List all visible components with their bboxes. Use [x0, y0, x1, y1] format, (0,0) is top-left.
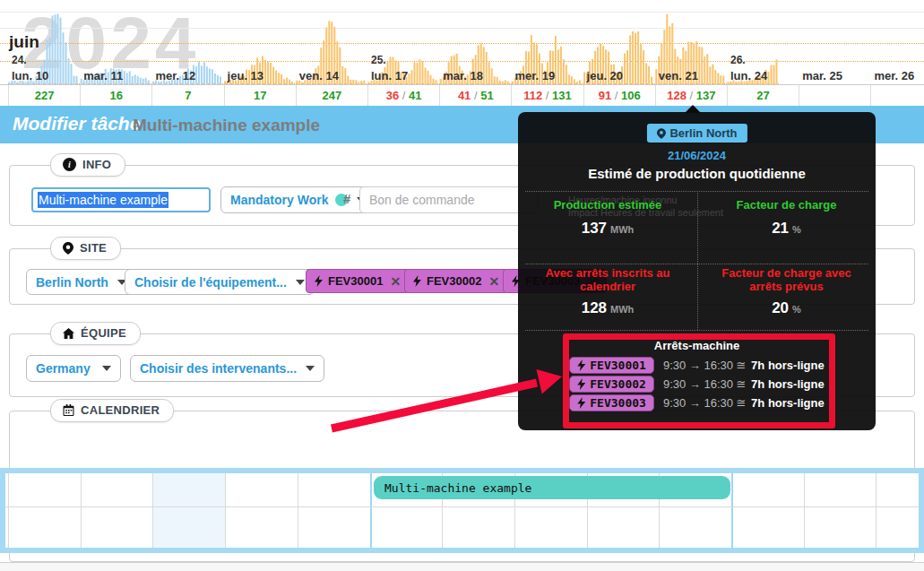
lightning-icon: [413, 275, 421, 287]
daily-total-cell: 17: [224, 85, 296, 106]
day-label: ven. 14: [299, 69, 339, 82]
week-number-label: 26.: [730, 54, 746, 66]
week-number-label: 25.: [371, 54, 386, 66]
tag-label: FEV30002: [427, 274, 481, 288]
daily-total-cell: 27: [727, 85, 799, 106]
tab-info: i INFO: [50, 153, 125, 177]
info-icon: i: [63, 158, 76, 171]
tag-label: FEV30001: [328, 274, 383, 288]
site-value: Berlin North: [36, 275, 108, 290]
metric-unit: %: [792, 304, 801, 315]
week-number-label: 24.: [12, 54, 27, 66]
equipment-tag[interactable]: FEV30001✕: [306, 269, 410, 293]
hash-label: #: [343, 191, 350, 206]
bottom-strip: [0, 562, 924, 571]
purchase-order-input[interactable]: [359, 186, 539, 213]
annotation-rectangle: [563, 333, 835, 428]
calendar-grid[interactable]: Multi-machine example: [0, 468, 924, 553]
page-title: Modifier tâche: [13, 113, 140, 134]
tab-label: SITE: [80, 241, 107, 255]
calendar-row-divider: [5, 506, 919, 507]
day-label: jeu. 20: [587, 69, 623, 82]
calendar-column-line: [81, 473, 82, 548]
calendar-column-line: [804, 473, 805, 548]
tab-label: CALENDRIER: [81, 403, 160, 417]
tab-equipe: ÉQUIPE: [50, 322, 141, 345]
day-label: mer. 19: [514, 69, 555, 82]
daily-total-cell: 112 / 131: [511, 85, 583, 106]
day-label: lun. 10: [12, 69, 48, 82]
calendar-task-bar[interactable]: Multi-machine example: [374, 476, 730, 499]
production-chart: 2024 juin lun. 10mar. 11mer. 12jeu. 13ve…: [0, 0, 924, 85]
home-icon: [63, 328, 74, 339]
team-dropdown[interactable]: Germany: [26, 355, 121, 382]
day-label: mer. 26: [874, 69, 914, 82]
tooltip-metric-cell: Facteur de charge avec arrêts prévus20%: [697, 266, 876, 317]
task-bar-label: Multi-machine example: [384, 481, 531, 495]
calendar-column-line: [152, 473, 153, 548]
tooltip-title: Estimé de production quotidienne: [518, 166, 876, 181]
metric-unit: MWh: [610, 304, 634, 315]
task-name-subtitle: Multi-machine example: [133, 116, 320, 135]
metric-value: 137: [582, 220, 607, 237]
tab-calendrier: CALENDRIER: [50, 399, 174, 422]
tooltip-metric-cell: Production estimée137MWh: [518, 198, 697, 238]
metric-value: 20: [772, 299, 789, 316]
tooltip-divider: [525, 330, 868, 331]
site-dropdown[interactable]: Berlin North: [26, 269, 136, 295]
calendar-column-line: [8, 473, 9, 548]
selected-text: Multi-machine example: [38, 192, 168, 208]
tooltip-metric-cell: Facteur de charge21%: [697, 198, 876, 238]
tab-label: INFO: [82, 158, 111, 171]
daily-total-cell: 16: [80, 85, 151, 106]
chevron-down-icon: [306, 366, 315, 371]
calendar-column-line: [370, 473, 372, 548]
people-placeholder: Choisir des intervenants...: [140, 361, 297, 376]
day-label: lun. 24: [730, 69, 767, 82]
tab-label: ÉQUIPE: [81, 326, 126, 340]
tooltip-divider: [525, 264, 868, 264]
daily-total-cell: 91 / 106: [583, 85, 655, 106]
work-type-value: Mandatory Work: [230, 193, 328, 207]
lightning-icon: [315, 275, 323, 287]
tooltip-date: 21/06/2024: [518, 149, 876, 162]
daily-total-cell: 247: [296, 85, 367, 106]
calendar-column-line: [298, 473, 298, 548]
day-label: mer. 12: [155, 69, 195, 82]
metric-value: 128: [582, 299, 607, 316]
calendar-icon: [63, 404, 74, 416]
daily-total-cell: [870, 85, 924, 106]
location-pin-icon: [63, 242, 73, 255]
people-dropdown[interactable]: Choisir des intervenants...: [130, 355, 324, 382]
metric-label: Avec arrêts inscrits au calendrier: [531, 266, 685, 293]
daily-total-cell: 227: [8, 85, 80, 106]
work-type-dropdown[interactable]: Mandatory Work: [220, 186, 376, 213]
calendar-column-line: [731, 473, 733, 548]
day-label: mar. 18: [443, 69, 483, 82]
day-label: lun. 17: [371, 69, 408, 82]
daily-total-cell: 7: [151, 85, 223, 106]
tooltip-metric-cell: Avec arrêts inscrits au calendrier128MWh: [518, 266, 697, 317]
daily-total-cell: 128 / 137: [655, 85, 727, 106]
day-label: ven. 21: [659, 69, 698, 82]
daily-totals-row: 2271671724736 / 4141 / 51112 / 13191 / 1…: [0, 85, 924, 106]
metric-label: Facteur de charge avec arrêts prévus: [710, 266, 863, 293]
tooltip-site-badge[interactable]: Berlin North: [646, 124, 747, 143]
chevron-down-icon: [102, 366, 111, 371]
calendar-column-line: [225, 473, 226, 548]
tab-site: SITE: [50, 237, 121, 260]
calendar-column-line: [876, 473, 877, 548]
day-label: jeu. 13: [228, 69, 263, 82]
equipment-dropdown[interactable]: Choisir de l'équipement...: [125, 269, 315, 295]
equipment-tag[interactable]: FEV30002✕: [404, 269, 508, 293]
remove-tag-icon[interactable]: ✕: [488, 274, 499, 289]
metric-unit: %: [792, 224, 801, 235]
daily-total-cell: 41 / 51: [439, 85, 511, 106]
metric-label: Facteur de charge: [710, 198, 863, 212]
task-name-input[interactable]: Multi-machine example: [31, 187, 211, 212]
daily-total-cell: 36 / 41: [367, 85, 439, 106]
chevron-down-icon: [296, 280, 305, 285]
metric-label: Production estimée: [531, 198, 685, 212]
equipment-placeholder: Choisir de l'équipement...: [134, 275, 287, 290]
remove-tag-icon[interactable]: ✕: [390, 274, 401, 289]
